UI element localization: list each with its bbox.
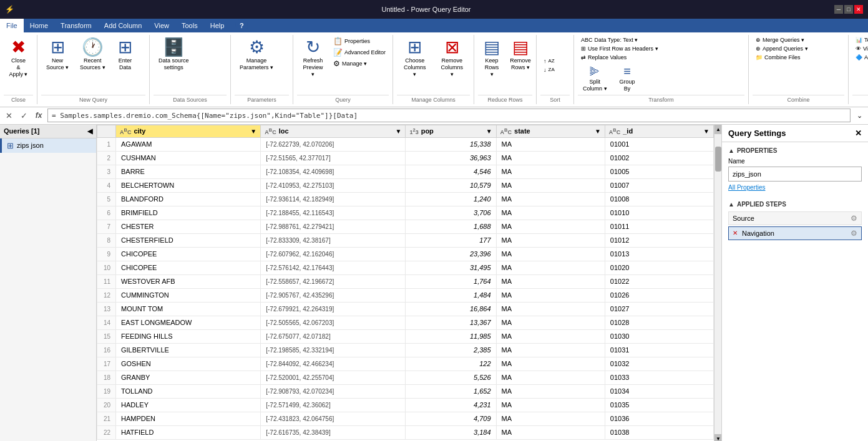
step-source-label: Source <box>733 215 754 222</box>
menu-home[interactable]: Home <box>24 19 54 32</box>
enter-data-button[interactable]: ⊞ EnterData <box>112 36 139 74</box>
sort-desc-button[interactable]: ↓ ZA <box>540 66 558 74</box>
query-sub-buttons: 📋 Properties 📝 Advanced Editor ⚙ Manage … <box>330 36 389 69</box>
step-navigation-gear[interactable]: ⚙ <box>851 229 857 238</box>
id-sort-button[interactable]: ▼ <box>703 128 710 135</box>
keep-rows-button[interactable]: ▤ KeepRows ▾ <box>478 36 505 80</box>
row-id: 01031 <box>605 343 713 357</box>
close-apply-button[interactable]: ✖ Close &Apply ▾ <box>4 36 33 80</box>
close-window-button[interactable]: ✕ <box>854 5 863 14</box>
group-by-button[interactable]: ≡ GroupBy <box>615 62 640 95</box>
col-header-pop[interactable]: 123 pop ▼ <box>406 125 496 137</box>
row-pop: 3,184 <box>406 425 496 439</box>
row-state: MA <box>496 220 605 233</box>
manage-button[interactable]: ⚙ Manage ▾ <box>330 59 389 69</box>
recent-sources-icon: 🕐 <box>82 39 104 56</box>
row-num: 1 <box>97 137 116 151</box>
applied-steps-collapse-icon[interactable]: ▲ <box>728 201 734 208</box>
ribbon: ✖ Close &Apply ▾ Close ⊞ NewSource ▾ 🕐 R… <box>0 32 868 107</box>
row-pop: 5,526 <box>406 371 496 384</box>
row-pop: 4,709 <box>406 412 496 425</box>
row-pop: 4,231 <box>406 398 496 412</box>
azure-ml-button[interactable]: 🔷 Azure Machine Learning <box>852 54 868 61</box>
merge-queries-button[interactable]: ⊕ Merge Queries ▾ <box>753 36 844 44</box>
data-type-button[interactable]: ABC Data Type: Text ▾ <box>578 36 641 44</box>
row-pop: 16,864 <box>406 302 496 316</box>
col-header-num <box>97 125 116 137</box>
loc-sort-button[interactable]: ▼ <box>396 128 402 135</box>
remove-columns-button[interactable]: ⊠ RemoveColumns ▾ <box>434 36 471 80</box>
merge-queries-icon: ⊕ <box>756 37 761 43</box>
properties-section: ▲ PROPERTIES Name All Properties <box>722 142 868 196</box>
formula-input[interactable] <box>47 109 851 122</box>
menu-transform[interactable]: Transform <box>54 19 98 32</box>
formula-fx-button[interactable]: fx <box>32 109 45 122</box>
pop-sort-button[interactable]: ▼ <box>486 128 492 135</box>
query-settings-close-button[interactable]: ✕ <box>855 128 862 138</box>
col-header-city[interactable]: ABC city ▼ <box>116 125 261 137</box>
query-name-input[interactable] <box>728 167 862 182</box>
step-source-gear[interactable]: ⚙ <box>851 214 857 223</box>
use-first-row-button[interactable]: ⊞ Use First Row as Headers ▾ <box>578 45 661 52</box>
vision-button[interactable]: 👁 Vision <box>852 45 868 52</box>
remove-columns-icon: ⊠ <box>445 39 459 56</box>
row-loc: [-72.188455, 42.116543] <box>261 206 406 220</box>
row-city: GOSHEN <box>116 357 261 371</box>
menu-tools[interactable]: Tools <box>175 19 204 32</box>
city-sort-button[interactable]: ▼ <box>250 128 256 135</box>
sort-group-label: Sort <box>540 95 570 103</box>
row-pop: 4,546 <box>406 165 496 178</box>
row-pop: 1,240 <box>406 192 496 206</box>
maximize-button[interactable]: □ <box>844 5 853 14</box>
minimize-button[interactable]: ─ <box>834 5 843 14</box>
recent-sources-button[interactable]: 🕐 RecentSources ▾ <box>75 36 110 74</box>
formula-confirm-button[interactable]: ✓ <box>17 109 30 122</box>
properties-collapse-icon[interactable]: ▲ <box>728 147 734 154</box>
new-source-button[interactable]: ⊞ NewSource ▾ <box>41 36 74 74</box>
all-properties-link[interactable]: All Properties <box>728 184 862 191</box>
table-row: 13 MOUNT TOM [-72.679921, 42.264319] 16,… <box>97 302 714 316</box>
col-header-state[interactable]: ABC state ▼ <box>496 125 605 137</box>
menu-add-column[interactable]: Add Column <box>98 19 149 32</box>
row-num: 17 <box>97 357 116 371</box>
split-column-button[interactable]: ⫸ SplitColumn ▾ <box>578 62 612 95</box>
formula-cancel-button[interactable]: ✕ <box>2 109 15 122</box>
vertical-scrollbar[interactable]: ▲ ▼ <box>714 125 721 441</box>
append-queries-button[interactable]: ⊕ Append Queries ▾ <box>753 45 844 52</box>
menu-help[interactable]: Help <box>204 19 231 32</box>
combine-files-button[interactable]: 📁 Combine Files <box>753 54 844 61</box>
transform-top-row: ABC Data Type: Text ▾ <box>578 36 641 44</box>
data-source-settings-button[interactable]: 🗄️ Data sourcesettings <box>154 36 194 74</box>
table-row: 18 GRANBY [-72.520001, 42.255704] 5,526 … <box>97 371 714 384</box>
manage-icon: ⚙ <box>333 59 340 68</box>
queries-panel-collapse-button[interactable]: ◀ <box>87 127 92 135</box>
menu-view[interactable]: View <box>148 19 175 32</box>
col-header-loc[interactable]: ABC loc ▼ <box>261 125 406 137</box>
state-sort-button[interactable]: ▼ <box>595 128 601 135</box>
replace-values-button[interactable]: ⇄ Replace Values <box>578 54 630 61</box>
manage-parameters-button[interactable]: ⚙ ManageParameters ▾ <box>235 36 278 74</box>
scroll-thumb[interactable] <box>715 147 721 172</box>
query-item-zips-json[interactable]: ⊞ zips json <box>0 138 96 153</box>
row-city: GRANBY <box>116 371 261 384</box>
properties-button[interactable]: 📋 Properties <box>330 36 389 46</box>
choose-columns-button[interactable]: ⊞ ChooseColumns ▾ <box>397 36 433 80</box>
row-id: 01027 <box>605 302 713 316</box>
ribbon-group-reduce-rows: ▤ KeepRows ▾ ▤ RemoveRows ▾ Reduce Rows <box>474 35 537 104</box>
step-source[interactable]: Source ⚙ <box>728 211 862 225</box>
data-grid[interactable]: ABC city ▼ ABC loc ▼ <box>97 125 714 441</box>
step-navigation[interactable]: ✕ Navigation ⚙ <box>728 226 862 240</box>
row-num: 21 <box>97 412 116 425</box>
col-header-id[interactable]: ABC _id ▼ <box>605 125 713 137</box>
menu-file[interactable]: File <box>0 19 24 32</box>
remove-rows-button[interactable]: ▤ RemoveRows ▾ <box>507 36 534 74</box>
refresh-icon: ↻ <box>306 39 320 56</box>
text-analytics-button[interactable]: 📊 Text Analytics <box>852 36 868 44</box>
formula-expand-button[interactable]: ⌄ <box>853 109 866 122</box>
refresh-preview-button[interactable]: ↻ RefreshPreview ▾ <box>297 36 329 80</box>
sort-asc-button[interactable]: ↑ AZ <box>540 57 558 65</box>
row-loc: [-72.520001, 42.255704] <box>261 371 406 384</box>
help-button[interactable]: ? <box>235 19 248 32</box>
city-type-icon: ABC <box>120 127 131 135</box>
advanced-editor-button[interactable]: 📝 Advanced Editor <box>330 47 389 57</box>
